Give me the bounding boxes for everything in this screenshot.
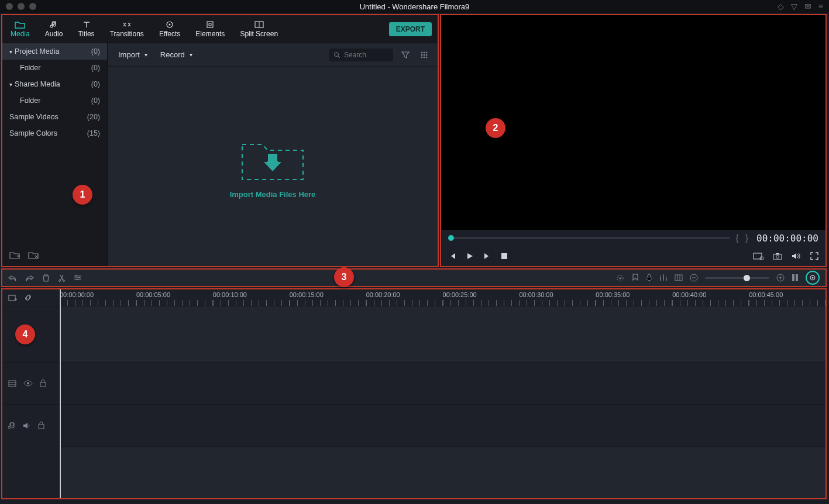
svg-point-22 xyxy=(75,275,77,277)
timeline-track[interactable] xyxy=(60,362,825,404)
add-folder-icon[interactable] xyxy=(9,251,20,259)
scrub-playhead[interactable] xyxy=(448,235,454,241)
tab-audio[interactable]: Audio xyxy=(43,18,66,40)
add-track-icon[interactable] xyxy=(8,294,17,302)
lock-icon[interactable] xyxy=(38,422,44,429)
lock-icon[interactable] xyxy=(40,379,46,387)
svg-point-1 xyxy=(169,23,171,25)
zoom-out-icon[interactable] xyxy=(690,274,698,282)
record-dropdown[interactable]: Record▾ xyxy=(157,48,196,61)
timeline-playhead[interactable] xyxy=(60,289,61,498)
edit-icon[interactable] xyxy=(74,274,82,281)
message-icon[interactable]: ✉ xyxy=(804,2,811,11)
chevron-down-icon: ▾ xyxy=(190,51,192,58)
timeline-tracks-area[interactable]: 00:00:00:00 00:00:05:00 00:00:10:00 00:0… xyxy=(60,289,825,498)
sidebar-item-sample-colors[interactable]: Sample Colors (15) xyxy=(2,125,107,141)
fullscreen-icon[interactable] xyxy=(810,252,818,260)
marker-icon[interactable] xyxy=(632,274,639,282)
sidebar-item-folder[interactable]: Folder (0) xyxy=(2,92,107,109)
elements-icon xyxy=(205,20,215,29)
media-drop-zone[interactable]: Import Media Files Here xyxy=(108,67,438,266)
snapshot-icon[interactable] xyxy=(773,253,782,260)
zoom-slider[interactable] xyxy=(705,277,769,279)
window-title: Untitled - Wondershare Filmora9 xyxy=(360,2,470,11)
timeline-track[interactable] xyxy=(60,404,825,446)
split-icon[interactable] xyxy=(58,274,66,282)
render-icon[interactable] xyxy=(616,274,625,282)
timeline-track[interactable] xyxy=(60,306,825,362)
sidebar-item-label: Sample Colors xyxy=(9,129,57,137)
undo-icon[interactable] xyxy=(8,274,17,282)
manage-tracks-button[interactable] xyxy=(806,271,820,285)
annotation-badge-3: 3 xyxy=(334,267,354,287)
grid-view-icon[interactable] xyxy=(418,51,431,59)
play-icon[interactable] xyxy=(466,252,474,260)
svg-rect-14 xyxy=(501,253,507,259)
maximize-window-icon[interactable] xyxy=(29,3,36,10)
audio-track-controls xyxy=(2,404,59,446)
svg-point-13 xyxy=(426,56,428,58)
tab-splitscreen-label: Split Screen xyxy=(240,30,278,38)
preview-canvas[interactable]: 2 xyxy=(441,15,825,230)
next-frame-icon[interactable] xyxy=(483,252,491,260)
voiceover-icon[interactable] xyxy=(646,274,652,282)
account-icon[interactable]: ◇ xyxy=(778,2,784,11)
mute-icon[interactable] xyxy=(23,422,31,429)
ruler-mark: 00:00:30:00 xyxy=(519,291,553,298)
timeline-track[interactable] xyxy=(60,446,825,498)
tab-titles-label: Titles xyxy=(78,30,94,38)
export-button[interactable]: EXPORT xyxy=(389,22,432,36)
svg-rect-30 xyxy=(792,274,794,281)
render-preview-icon[interactable] xyxy=(753,252,763,260)
sidebar-item-folder[interactable]: Folder (0) xyxy=(2,60,107,76)
tab-split-screen[interactable]: Split Screen xyxy=(238,18,280,40)
svg-point-24 xyxy=(77,279,78,281)
sidebar-item-project-media[interactable]: ▾Project Media (0) xyxy=(2,43,107,60)
scrub-track[interactable] xyxy=(448,237,730,239)
media-search[interactable] xyxy=(329,49,393,61)
ruler-mark: 00:00:10:00 xyxy=(213,291,247,298)
cart-icon[interactable]: ▽ xyxy=(791,2,797,11)
tab-elements[interactable]: Elements xyxy=(193,18,227,40)
svg-point-18 xyxy=(776,256,779,258)
visibility-icon[interactable] xyxy=(23,380,33,386)
timeline-toolbar: 3 xyxy=(1,268,827,287)
mark-in-out-icon[interactable]: { } xyxy=(736,233,751,243)
sidebar-item-count: (0) xyxy=(91,64,100,72)
tab-transitions[interactable]: Transitions xyxy=(108,18,146,40)
svg-point-12 xyxy=(424,56,425,58)
tab-effects[interactable]: Effects xyxy=(157,18,183,40)
close-window-icon[interactable] xyxy=(6,3,13,10)
record-label: Record xyxy=(160,50,185,59)
zoom-fit-icon[interactable] xyxy=(792,274,799,282)
split-screen-icon xyxy=(254,20,264,29)
tab-audio-label: Audio xyxy=(45,30,63,38)
tab-media[interactable]: Media xyxy=(8,18,32,40)
zoom-thumb[interactable] xyxy=(744,275,750,281)
svg-rect-2 xyxy=(207,22,213,27)
zoom-in-icon[interactable] xyxy=(776,274,785,282)
timeline-ruler[interactable]: 00:00:00:00 00:00:05:00 00:00:10:00 00:0… xyxy=(60,289,825,306)
search-input[interactable] xyxy=(344,51,388,59)
stop-icon[interactable] xyxy=(501,253,508,260)
ruler-mark: 00:00:35:00 xyxy=(596,291,630,298)
menu-icon[interactable]: ≡ xyxy=(818,2,823,11)
prev-frame-icon[interactable] xyxy=(448,252,456,260)
sidebar-item-shared-media[interactable]: ▾Shared Media (0) xyxy=(2,76,107,92)
delete-icon[interactable] xyxy=(42,274,50,282)
svg-rect-38 xyxy=(39,424,44,429)
crop-icon[interactable] xyxy=(675,274,683,281)
volume-icon[interactable] xyxy=(792,252,801,260)
redo-icon[interactable] xyxy=(25,274,34,282)
svg-rect-15 xyxy=(754,253,762,259)
sidebar-item-sample-videos[interactable]: Sample Videos (20) xyxy=(2,109,107,125)
svg-point-23 xyxy=(78,277,80,279)
import-dropdown[interactable]: Import▾ xyxy=(115,48,151,61)
minimize-window-icon[interactable] xyxy=(18,3,25,10)
link-icon[interactable] xyxy=(24,294,32,302)
remove-folder-icon[interactable] xyxy=(28,251,39,259)
filter-icon[interactable] xyxy=(399,51,412,59)
audio-mixer-icon[interactable] xyxy=(659,274,668,282)
tab-titles[interactable]: Titles xyxy=(75,18,97,40)
ruler-mark: 00:00:40:00 xyxy=(672,291,706,298)
